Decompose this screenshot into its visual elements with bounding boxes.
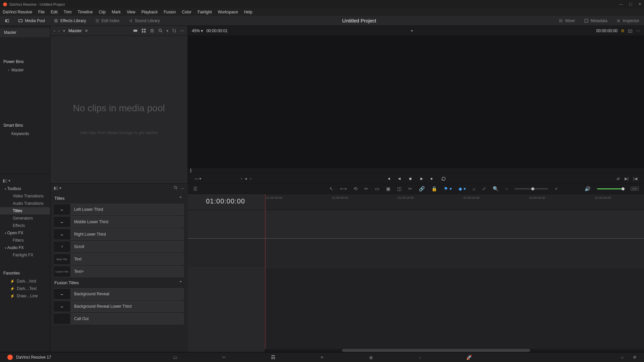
favorite-item[interactable]: Draw…Line [0,292,50,300]
page-cut-icon[interactable]: ✂ [220,355,228,360]
panel-collapse-icon[interactable]: ▮▯ ▾ [54,186,61,190]
zoom-detail-icon[interactable]: ⌕ [473,186,475,191]
viewer-zoom[interactable]: 45% ▾ [192,28,203,33]
favorite-item[interactable]: Dark…Text [0,285,50,292]
replace-icon[interactable]: ◫ [397,186,401,191]
menu-item[interactable]: Trim [64,10,72,14]
link-icon[interactable]: 🔗 [419,186,425,191]
pool-breadcrumb[interactable]: Master [68,28,82,33]
fx-title-item[interactable]: ☰Scroll [53,241,184,252]
fx-section-titles[interactable]: Titles⌃ [52,194,185,203]
powerbins-item[interactable]: Master [0,66,50,74]
favorite-item[interactable]: Dark…hird [0,278,50,285]
zoom-slider[interactable] [515,188,548,189]
blade-tool-icon[interactable]: ✂ [364,186,368,191]
home-icon[interactable]: ⌂ [621,355,624,360]
goto-first-icon[interactable] [386,176,391,181]
play-reverse-icon[interactable] [397,176,402,181]
menu-item[interactable]: Playback [141,10,158,14]
menu-item[interactable]: Clip [99,10,106,14]
timeline-playhead[interactable] [265,194,265,352]
overwrite-icon[interactable]: ▣ [386,186,390,191]
bin-root[interactable]: Master [0,28,50,37]
tree-item[interactable]: Effects [0,222,50,229]
timeline-timecode[interactable]: 01:00:00:00 [188,194,265,210]
viewer-scrubber[interactable] [188,168,644,174]
menu-dots-icon[interactable]: ⋯ [636,28,640,33]
menu-item[interactable]: Fairlight [198,10,212,14]
fx-fusion-item[interactable]: ▬Background Reveal [53,288,184,300]
tree-item[interactable]: Video Transitions [0,192,50,200]
goto-last-icon[interactable] [430,176,435,181]
menu-item[interactable]: Color [182,10,192,14]
menu-item[interactable]: File [38,10,45,14]
tree-openfx[interactable]: Open FX [0,229,50,237]
smartbins-item[interactable]: Keywords [0,130,50,138]
window-minimize-icon[interactable]: — [619,2,623,6]
view-list-icon[interactable] [150,28,155,33]
insert-icon[interactable]: ▭ [375,186,379,191]
dim-button[interactable]: DIM [631,187,639,191]
fx-title-item[interactable]: Custom TitleText+ [53,266,184,277]
menu-item[interactable]: Fusion [164,10,176,14]
menu-dots-icon[interactable]: ⋯ [180,186,184,191]
zoom-out-icon[interactable]: − [505,186,508,191]
video-track[interactable] [265,210,644,238]
view-clip-icon[interactable] [133,28,138,33]
menu-item[interactable]: Edit [51,10,58,14]
fx-section-fusion[interactable]: Fusion Titles⌃ [52,278,185,287]
tree-toolbox[interactable]: Toolbox [0,185,50,192]
trim-tool-icon[interactable]: ⟷ [340,186,347,191]
page-edit-icon[interactable]: ☶ [269,355,277,360]
zoom-custom-icon[interactable]: 🔍 [493,186,498,191]
viewer-record-timecode[interactable]: 00:00:00:00 [596,28,618,33]
bypass-icon[interactable]: ⚙ [621,28,625,33]
video-track-header[interactable] [188,210,265,238]
menu-dots-icon[interactable]: ⋯ [180,28,184,33]
audio-track[interactable] [265,240,644,268]
viewer-canvas[interactable] [188,36,644,168]
match-frame-next-icon[interactable]: › [250,176,252,181]
scrubber-playhead[interactable] [191,169,191,173]
tab-metadata[interactable]: Metadata [584,18,607,23]
zoom-full-icon[interactable]: ⤢ [482,186,486,191]
fx-title-item[interactable]: ▬Left Lower Third [53,204,184,215]
flag-icon[interactable]: ⚑ ▾ [444,186,452,191]
pool-nav-back[interactable]: ‹ [54,28,55,33]
tab-inspector[interactable]: Inspector [616,18,639,23]
tab-media-pool[interactable]: Media Pool [18,18,45,23]
tree-item-titles[interactable]: Titles [0,207,50,215]
fx-fusion-item[interactable]: ▬Background Reveal Lower Third [53,301,184,312]
menu-item[interactable]: Timeline [77,10,93,14]
tree-item[interactable]: Fairlight FX [0,251,50,259]
page-color-icon[interactable]: ◉ [367,355,375,360]
lock-icon[interactable]: 🔒 [431,186,437,191]
fx-title-item[interactable]: ▬Right Lower Third [53,229,184,240]
powerbins-header[interactable]: Power Bins [0,57,50,66]
window-close-icon[interactable]: ✕ [638,2,641,6]
volume-icon[interactable]: 🔊 [585,186,590,191]
view-grid-icon[interactable] [141,28,146,33]
stop-icon[interactable] [408,176,413,181]
fx-title-item[interactable]: Basic TitleText [53,253,184,265]
pool-dropdown-icon[interactable]: ▾ [63,28,65,33]
pool-nav-fwd[interactable]: › [58,28,60,33]
search-icon[interactable] [158,28,163,33]
prev-edit-icon[interactable]: |◀ [633,176,637,181]
panel-toggle-icon[interactable]: ▮▯ ▾ [3,178,10,183]
collapse-icon[interactable]: ⌃ [179,196,182,201]
smartbins-header[interactable]: Smart Bins [0,121,50,130]
tab-effects-library[interactable]: Effects Library [54,18,86,23]
fx-fusion-item[interactable]: ◦Call Out [53,313,184,324]
pool-sort-dropdown[interactable]: ▾ [166,28,168,33]
tree-item[interactable]: Audio Transitions [0,200,50,207]
tab-edit-index[interactable]: Edit Index [95,18,119,23]
next-edit-icon[interactable]: ▶| [625,176,629,181]
loop-icon[interactable] [441,176,446,181]
tree-item[interactable]: Generators [0,215,50,222]
dynamic-trim-icon[interactable]: ⟲ [354,186,358,191]
play-icon[interactable] [419,176,424,181]
menu-item[interactable]: View [127,10,136,14]
tree-audiofx[interactable]: Audio FX [0,244,50,251]
menu-item[interactable]: Mark [112,10,121,14]
